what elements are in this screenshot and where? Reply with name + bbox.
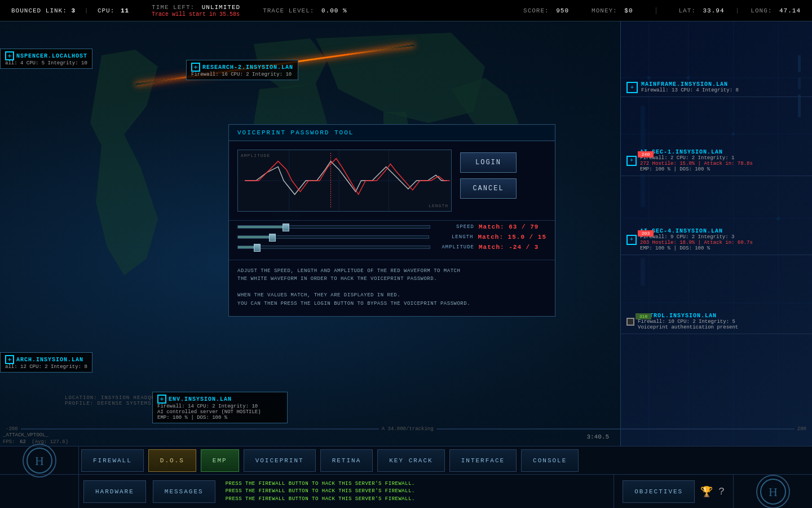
track-line — [21, 428, 379, 430]
length-match: Match: 15.0 / 15 — [478, 234, 546, 240]
length-label: Length — [434, 234, 473, 240]
right-panel: MAINFRAME.INSYSION.LAN Firewall: 13 CPU:… — [620, 21, 812, 508]
hud-trace-level: Trace Level: 0.00 % — [263, 7, 347, 14]
amplitude-slider-row: Amplitude Match: -24 / 3 — [237, 244, 546, 251]
console-button[interactable]: Console — [521, 449, 579, 472]
hud-bounced-link: Bounced Link: 3 | CPU: 11 — [11, 7, 129, 14]
svg-rect-21 — [641, 258, 645, 286]
length-slider-track[interactable] — [237, 235, 429, 239]
track-line2 — [436, 428, 795, 430]
objectives-area: Objectives 🏆 ? — [614, 475, 733, 508]
amplitude-slider-track[interactable] — [237, 246, 430, 249]
node-crosshair-arch — [5, 355, 14, 364]
bottom-bottom-row: Hardware Messages Press the FIREWALL but… — [0, 475, 812, 508]
logo-left-bottom — [0, 475, 79, 508]
logo-left: H — [0, 446, 79, 474]
voiceprint-modal: Voiceprint Password Tool Amplitude Lengt… — [228, 124, 555, 317]
waveform-display: Amplitude Length — [237, 150, 452, 212]
hardware-button[interactable]: Hardware — [83, 480, 146, 503]
crosshair-ai-sec4: + — [626, 235, 637, 245]
bottom-top-row: H Firewall D.O.S EMP Voiceprint Retina K… — [0, 446, 812, 475]
interface-button[interactable]: Interface — [449, 449, 517, 472]
node-research2[interactable]: RESEARCH-2.INSYSION.LAN Firewall: 16 CPU… — [186, 60, 298, 80]
status-bar: _ATTACK_VPTOOL_ FPS: 62 (Avg: 127.6) — [3, 432, 68, 445]
svg-text:H: H — [769, 485, 778, 499]
node-arch[interactable]: ARCH.INSYSION.LAN all: 12 CPU: 2 Integri… — [0, 352, 92, 373]
node-crosshair-research2 — [191, 63, 200, 72]
amplitude-match: Match: -24 / 3 — [479, 244, 546, 251]
crosshair-mainframe — [626, 82, 638, 93]
node-env[interactable]: ENV.INSYSION.LAN Firewall: 14 CPU: 2 Int… — [152, 392, 288, 423]
crosshair-control — [626, 318, 634, 326]
speed-match: Match: 63 / 79 — [479, 224, 546, 230]
track-bar: -200 A 34.000/tracking 200 — [0, 423, 812, 435]
top-hud: Bounced Link: 3 | CPU: 11 Time Left: UNL… — [0, 0, 812, 21]
retina-button[interactable]: Retina — [320, 449, 373, 472]
bottom-left-buttons: Hardware Messages — [79, 475, 220, 508]
speed-label: Speed — [435, 224, 474, 230]
svg-point-18 — [776, 217, 780, 220]
messages-button[interactable]: Messages — [153, 480, 215, 503]
message-area: Press the FIREWALL button to hack this s… — [220, 475, 614, 508]
logo-right: H — [733, 475, 812, 508]
svg-point-17 — [731, 132, 735, 135]
tool-buttons-row: Firewall D.O.S EMP Voiceprint Retina Key… — [79, 446, 812, 474]
node-ai-sec1[interactable]: + 240 AI-SEC-1.INSYSION.LAN Firewall: 2 … — [621, 146, 812, 176]
svg-rect-19 — [641, 106, 645, 151]
sliders-area: Speed Match: 63 / 79 Length Match: 15.0 … — [229, 220, 555, 260]
fps-display: FPS: 62 (Avg: 127.6) — [3, 439, 68, 445]
help-icon: ? — [718, 486, 725, 497]
logo-icon-right: H — [756, 475, 790, 508]
modal-buttons: Login Cancel — [460, 150, 517, 212]
dos-button[interactable]: D.O.S — [148, 449, 196, 472]
logo-icon-left: H — [23, 444, 56, 478]
hud-time: Time Left: UNLIMITED — [152, 4, 240, 11]
speed-slider-row: Speed Match: 63 / 79 — [237, 224, 546, 230]
length-slider-row: Length Match: 15.0 / 15 — [237, 234, 546, 240]
modal-body: Amplitude Length Login Cancel — [229, 141, 555, 220]
hud-money: Money: $0 — [592, 7, 633, 14]
hud-trace-warn: Trace will start in 35.58s — [152, 11, 240, 17]
attack-tool-label: _ATTACK_VPTOOL_ — [3, 432, 68, 438]
trophy-icon: 🏆 — [700, 485, 713, 498]
hud-score: Score: 950 — [523, 7, 569, 14]
svg-rect-24 — [798, 95, 801, 117]
firewall-button[interactable]: Firewall — [81, 449, 144, 472]
node-mainframe[interactable]: MAINFRAME.INSYSION.LAN Firewall: 13 CPU:… — [621, 78, 812, 97]
cancel-button[interactable]: Cancel — [460, 178, 517, 199]
emp-button[interactable]: EMP — [201, 449, 239, 472]
node-crosshair-spencer — [5, 51, 14, 60]
node-ai-sec4[interactable]: + 203 AI-SEC-4.INSYSION.LAN Firewall: 9 … — [621, 225, 812, 255]
instructions-text: Adjust the speed, length and amplitude o… — [229, 260, 555, 316]
keycrack-button[interactable]: Key Crack — [377, 449, 444, 472]
login-button[interactable]: Login — [460, 152, 517, 173]
svg-rect-20 — [641, 173, 645, 207]
objectives-button[interactable]: Objectives — [623, 480, 695, 503]
bottom-bar: H Firewall D.O.S EMP Voiceprint Retina K… — [0, 446, 812, 508]
node-crosshair-env — [157, 395, 166, 404]
crosshair-ai-sec1: + — [626, 156, 637, 166]
speed-slider-track[interactable] — [237, 225, 430, 229]
waveform-svg — [238, 150, 451, 211]
modal-title: Voiceprint Password Tool — [229, 125, 555, 141]
voiceprint-button[interactable]: Voiceprint — [244, 449, 316, 472]
hud-lat-long: LAT: 33.94 | LONG: 47.14 — [679, 7, 801, 14]
amplitude-label: Amplitude — [435, 244, 474, 250]
node-control[interactable]: 318 CONTROL.INSYSION.LAN Firewall: 10 CP… — [621, 309, 812, 334]
node-spencer[interactable]: NSPENCER.LOCALHOST all: 4 CPU: 5 Integri… — [0, 49, 92, 69]
svg-rect-22 — [798, 55, 801, 72]
svg-text:H: H — [35, 453, 44, 467]
time-display: 3:40.5 — [586, 433, 609, 440]
